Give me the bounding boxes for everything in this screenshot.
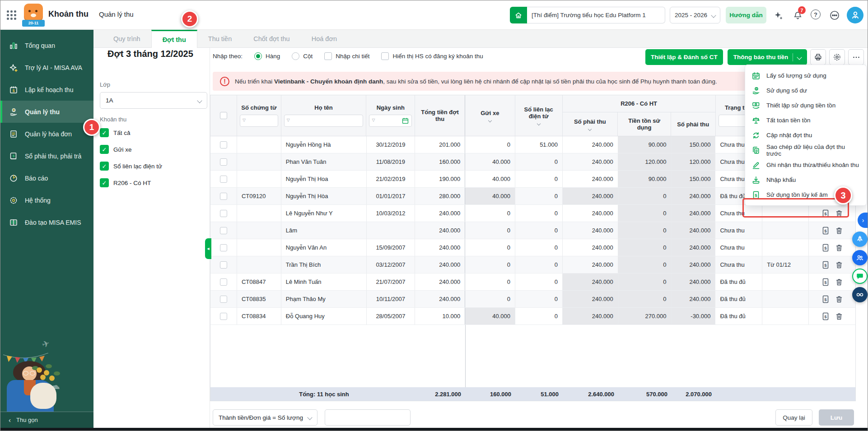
menu-item-t-t-to-n-ti-n-t-n[interactable]: Tất toán tiền tồn	[745, 113, 866, 128]
row-checkbox[interactable]	[220, 210, 227, 217]
notifications-bell-icon[interactable]: 7	[792, 9, 803, 21]
sidebar-collapse-button[interactable]: ‹ Thu gọn	[0, 412, 93, 428]
radio-column[interactable]: Cột	[292, 52, 313, 60]
ai-sparkle-icon[interactable]	[773, 9, 784, 21]
svg-text:$: $	[824, 314, 827, 319]
panel-collapse-handle[interactable]: ◄	[205, 238, 211, 259]
eye-fab[interactable]	[852, 287, 868, 302]
svg-text:$: $	[824, 245, 827, 250]
school-year-select[interactable]: 2025 - 2026	[670, 7, 720, 23]
tab-hoá-đơn[interactable]: Hoá đơn	[301, 30, 348, 48]
cell-g3: 240.000	[672, 188, 716, 204]
paper-plane-doodle: ✈	[41, 338, 51, 350]
menu-item-l-y-s-l-ng-s-d-ng[interactable]: Lấy số lượng sử dụng	[745, 68, 866, 83]
col-total: Tổng tiền đợt thu	[418, 109, 462, 122]
school-selector[interactable]: [Thí điểm] Trường tiểu học Edu Platform …	[527, 7, 665, 23]
fee-checkbox-s-li-n-l-c-i-n-t-[interactable]: ✓Sổ liên lạc điện tử	[100, 162, 162, 171]
fee-checkbox-r206-c-ht[interactable]: ✓R206 - Có HT	[100, 178, 151, 187]
row-checkbox[interactable]	[220, 141, 227, 148]
menu-item-ghi-nh-n-thu-th-a-thi-u-kho-n-thu[interactable]: Ghi nhận thu thừa/thiếu khoản thu	[745, 158, 866, 172]
cell-g3: 240.000	[672, 273, 716, 290]
receipt-icon[interactable]: $	[821, 260, 830, 269]
delete-trash-icon[interactable]	[835, 278, 844, 287]
sidebar-item-h-th-ng[interactable]: Hệ thống	[0, 189, 93, 211]
chat-fab[interactable]	[852, 269, 868, 284]
row-checkbox[interactable]	[220, 313, 227, 320]
help-icon[interactable]: ?	[811, 9, 821, 19]
doc-no-filter-input[interactable]: ▽	[240, 115, 278, 127]
sidebar-item-qu-n-l-thu[interactable]: $Quản lý thu	[0, 101, 93, 123]
tab-chốt-đợt-thu[interactable]: Chốt đợt thu	[243, 30, 300, 48]
print-icon[interactable]	[810, 49, 826, 65]
dob-filter-input[interactable]: ▽	[369, 115, 412, 127]
home-icon[interactable]	[510, 7, 527, 23]
more-options-icon[interactable]	[829, 9, 840, 21]
menu-item-s-d-ng-s-d-[interactable]: $Sử dụng số dư	[745, 83, 866, 98]
row-checkbox[interactable]	[220, 261, 227, 269]
ellipsis-icon[interactable]	[848, 49, 864, 65]
tab-đợt-thu[interactable]: Đợt thu	[151, 30, 197, 48]
name-filter-input[interactable]: ▽	[284, 115, 364, 127]
radio-row[interactable]: Hàng	[254, 52, 280, 60]
chevron-down-icon[interactable]	[488, 118, 492, 122]
sidebar-item--o-t-o-misa-emis[interactable]: Đào tạo MISA EMIS	[0, 211, 93, 233]
fee-checkbox-g-i-xe[interactable]: ✓Gửi xe	[100, 145, 132, 154]
delete-trash-icon[interactable]	[835, 226, 844, 235]
delete-trash-icon[interactable]	[835, 312, 844, 321]
receipt-icon[interactable]: $	[821, 226, 830, 235]
sidebar-item-t-ng-quan[interactable]: Tổng quan	[0, 34, 93, 56]
menu-item-nh-p-kh-u[interactable]: Nhập khẩu	[745, 172, 866, 187]
receipt-icon[interactable]: $	[821, 278, 830, 287]
menu-item-label: Sử dụng tồn lũy kế âm	[766, 191, 828, 198]
sidebar-item-s-ph-i-thu-ph-i-tr-[interactable]: $Sổ phải thu, phải trả	[0, 145, 93, 167]
calendar-icon[interactable]	[401, 117, 409, 125]
checkbox-detail[interactable]: Nhập chi tiết	[324, 52, 369, 60]
row-checkbox[interactable]	[220, 158, 227, 166]
menu-item-sao-ch-p-d-li-u-c-a-t-thu-tr-c[interactable]: Sao chép dữ liệu của đợt thu trước	[745, 143, 866, 158]
row-checkbox[interactable]	[220, 244, 227, 251]
delete-trash-icon[interactable]	[835, 295, 844, 304]
fee-checkbox-t-t-c-[interactable]: ✓Tất cả	[100, 128, 131, 137]
checkbox-checked-icon: ✓	[100, 145, 109, 154]
chevron-down-icon[interactable]	[588, 127, 592, 130]
setup-numbering-button[interactable]: Thiết lập & Đánh số CT	[645, 49, 723, 65]
receipt-icon[interactable]: $	[821, 243, 830, 252]
row-checkbox[interactable]	[220, 176, 227, 183]
users-fab[interactable]	[852, 250, 868, 265]
cell-g1: 240.000	[563, 291, 618, 307]
tab-thu-tiền[interactable]: Thu tiền	[197, 30, 243, 48]
amount-input[interactable]	[325, 409, 411, 426]
app-grid-icon[interactable]	[7, 10, 17, 20]
settings-gear-icon[interactable]	[829, 49, 845, 65]
checkbox-registered-students[interactable]: Hiển thị HS có đăng ký khoản thu	[381, 52, 483, 60]
delete-trash-icon[interactable]	[835, 243, 844, 252]
back-button[interactable]: Quay lại	[775, 409, 812, 426]
delete-trash-icon[interactable]	[835, 209, 844, 218]
tab-quy-trình[interactable]: Quy trình	[103, 30, 151, 48]
guide-button[interactable]: Hướng dẫn	[726, 7, 766, 23]
receipt-icon[interactable]: $	[821, 312, 830, 321]
row-checkbox[interactable]	[220, 193, 227, 200]
save-button[interactable]: Lưu	[819, 409, 854, 426]
amount-mode-select[interactable]: Thành tiền/Đơn giá = Số lượng	[213, 409, 317, 426]
delete-trash-icon[interactable]	[835, 260, 844, 269]
sidebar-item-tr-l-ai-misa-ava[interactable]: Trợ lý AI - MISA AVA	[0, 56, 93, 79]
user-avatar[interactable]	[847, 7, 863, 23]
receipt-icon[interactable]: $	[821, 209, 830, 218]
receipt-icon[interactable]: $	[821, 295, 830, 304]
class-select[interactable]: 1A	[100, 92, 207, 109]
select-all-checkbox[interactable]	[220, 112, 227, 119]
sidebar-item-qu-n-l-h-a-n[interactable]: Quản lý hóa đơn	[0, 123, 93, 145]
row-checkbox[interactable]	[220, 296, 227, 303]
chevron-down-icon[interactable]	[537, 122, 540, 125]
sidebar-item-b-o-c-o[interactable]: Báo cáo	[0, 167, 93, 189]
cell-g1: 240.000	[563, 153, 618, 170]
menu-item-c-p-nh-t-t-thu[interactable]: Cập nhật đợt thu	[745, 128, 866, 143]
row-checkbox[interactable]	[220, 278, 227, 286]
row-checkbox[interactable]	[220, 227, 227, 234]
payment-notice-button[interactable]: Thông báo thu tiền	[728, 49, 807, 65]
cell-g2: 0	[618, 256, 672, 273]
rocket-fab[interactable]	[852, 232, 868, 247]
sidebar-item-l-p-k-ho-ch-thu[interactable]: $Lập kế hoạch thu	[0, 79, 93, 101]
menu-item-thi-t-l-p-s-d-ng-ti-n-t-n[interactable]: Thiết lập sử dụng tiền tồn	[745, 98, 866, 113]
